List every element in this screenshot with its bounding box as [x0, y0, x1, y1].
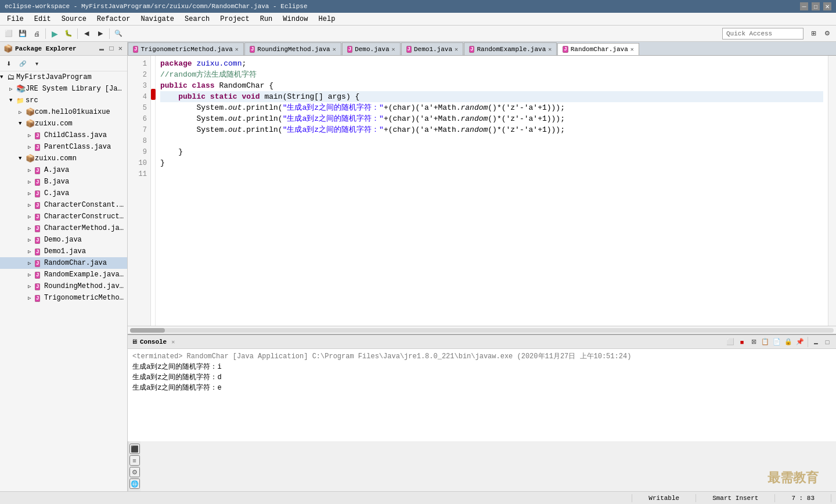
- menu-edit[interactable]: Edit: [30, 14, 56, 24]
- console-minimize-button[interactable]: 🗕: [810, 337, 821, 347]
- console-header: 🖥 Console ✕ ⬜ ■ ⊠ 📋 📄 🔒 📌 🗕 □: [128, 335, 836, 349]
- tree-item-CharacterMethod_jav___[interactable]: ▷JCharacterMethod.jav...: [0, 222, 127, 234]
- tab-close-icon[interactable]: ✕: [392, 46, 395, 53]
- package-explorer-icon: 📦: [3, 44, 13, 53]
- tab-RandomChar_java[interactable]: JRandomChar.java✕: [557, 43, 639, 56]
- console-scroll-lock-button[interactable]: 🔒: [783, 337, 794, 347]
- tab-RandomExample_java[interactable]: JRandomExample.java✕: [464, 42, 557, 55]
- code-line-6: System.out.println("生成a到z之间的随机字符："+(char…: [160, 113, 823, 124]
- tree-item-Demo_java[interactable]: ▷JDemo.java: [0, 234, 127, 246]
- tab-close-icon[interactable]: ✕: [235, 46, 239, 53]
- menu-window[interactable]: Window: [278, 14, 312, 24]
- tab-Demo1_java[interactable]: JDemo1.java✕: [401, 42, 463, 55]
- icon-right-1[interactable]: ⚙: [821, 27, 834, 40]
- tree-item-src[interactable]: ▼📁src: [0, 95, 127, 106]
- console-terminated-line: <terminated> RandomChar [Java Applicatio…: [132, 351, 831, 362]
- console-terminate-button[interactable]: ⊠: [748, 337, 759, 347]
- sidebar-menu-button[interactable]: ▾: [30, 57, 43, 70]
- sidebar-close-button[interactable]: ✕: [117, 44, 124, 53]
- menu-run[interactable]: Run: [255, 14, 278, 24]
- tree-item-zuixu_com[interactable]: ▼📦zuixu.com: [0, 118, 127, 129]
- tab-close-icon[interactable]: ✕: [630, 46, 634, 53]
- tree-item-JRE_System_Library__JavaSE____[interactable]: ▷📚JRE System Library [JavaSE-...: [0, 83, 127, 95]
- minimize-button[interactable]: ─: [800, 2, 808, 10]
- tab-RoundingMethod_java[interactable]: JRoundingMethod.java✕: [244, 42, 341, 55]
- code-area[interactable]: package zuixu.comn;//random方法生成随机字符publi…: [156, 56, 828, 326]
- tab-close-icon[interactable]: ✕: [333, 46, 336, 53]
- sidebar-minimize-button[interactable]: 🗕: [97, 44, 106, 53]
- sidebar-header: 📦 Package Explorer 🗕 □ ✕: [0, 42, 127, 56]
- right-icon-1[interactable]: ⬛: [129, 444, 140, 454]
- menubar: File Edit Source Refactor Navigate Searc…: [0, 13, 836, 26]
- tree-item-TrigonometricMetho___[interactable]: ▷JTrigonometricMetho...: [0, 292, 127, 304]
- menu-navigate[interactable]: Navigate: [136, 14, 179, 24]
- tree-item-ChildClass_java[interactable]: ▷JChildClass.java: [0, 129, 127, 141]
- console-clear-button[interactable]: ⬜: [725, 337, 736, 347]
- tab-Demo_java[interactable]: JDemo.java✕: [342, 42, 401, 55]
- console-output-line: 生成a到z之间的随机字符：d: [132, 372, 831, 383]
- sidebar-title: Package Explorer: [15, 45, 95, 52]
- tree-item-RandomChar_java[interactable]: ▷JRandomChar.java: [0, 257, 127, 269]
- print-button[interactable]: 🖨: [30, 27, 43, 40]
- console-stop-button[interactable]: ■: [737, 337, 747, 347]
- console-output-line: 生成a到z之间的随机字符：e: [132, 383, 831, 393]
- menu-refactor[interactable]: Refactor: [92, 14, 135, 24]
- console-maximize-button[interactable]: □: [822, 337, 833, 347]
- perspective-button[interactable]: ⊞: [807, 27, 820, 40]
- search-icon-btn[interactable]: 🔍: [112, 27, 125, 40]
- editor-hscrollbar[interactable]: [128, 326, 836, 334]
- new-button[interactable]: ⬜: [2, 27, 15, 40]
- cursor-position: 7 : 83: [787, 495, 819, 502]
- collapse-all-button[interactable]: ⬇: [2, 57, 15, 70]
- debug-button[interactable]: 🐛: [62, 27, 75, 40]
- tree-item-com_hello01kuaixue[interactable]: ▷📦com.hello01kuaixue: [0, 106, 127, 118]
- tree-item-RandomExample_java___[interactable]: ▷JRandomExample.java...: [0, 269, 127, 280]
- maximize-button[interactable]: □: [812, 2, 820, 10]
- tree-item-A_java[interactable]: ▷JA.java: [0, 164, 127, 176]
- sidebar-maximize-button[interactable]: □: [109, 44, 115, 53]
- link-editor-button[interactable]: 🔗: [16, 57, 29, 70]
- menu-file[interactable]: File: [2, 14, 28, 24]
- tab-close-icon[interactable]: ✕: [548, 46, 552, 53]
- run-button[interactable]: ▶: [48, 27, 61, 40]
- menu-project[interactable]: Project: [215, 14, 254, 24]
- right-icon-3[interactable]: ⚙: [129, 467, 140, 477]
- code-line-3: public class RandomChar {: [160, 80, 823, 91]
- console-paste-button[interactable]: 📄: [772, 337, 782, 347]
- tab-close-icon[interactable]: ✕: [455, 46, 458, 53]
- save-button[interactable]: 💾: [16, 27, 29, 40]
- code-line-7: System.out.println("生成a到z之间的随机字符："+(char…: [160, 124, 823, 135]
- tree-item-B_java[interactable]: ▷JB.java: [0, 176, 127, 188]
- tree-item-CharacterConstant_ja___[interactable]: ▷JCharacterConstant.ja...: [0, 199, 127, 211]
- tree-item-CharacterConstructo___[interactable]: ▷JCharacterConstructo...: [0, 211, 127, 222]
- close-button[interactable]: ✕: [823, 2, 831, 10]
- tree-item-RoundingMethod_jav___[interactable]: ▷JRoundingMethod.jav...: [0, 280, 127, 292]
- toolbar-separator-1: [45, 28, 46, 39]
- menu-source[interactable]: Source: [57, 14, 91, 24]
- menu-search[interactable]: Search: [180, 14, 214, 24]
- console-pin-button[interactable]: 📌: [795, 337, 805, 347]
- tree-item-ParentClass_java[interactable]: ▷JParentClass.java: [0, 141, 127, 153]
- tree-item-C_java[interactable]: ▷JC.java: [0, 188, 127, 199]
- next-button[interactable]: ▶: [94, 27, 107, 40]
- toolbar-separator-3: [109, 28, 110, 39]
- code-line-10: }: [160, 157, 823, 168]
- right-icon-2[interactable]: ≡: [129, 455, 140, 466]
- console-copy-button[interactable]: 📋: [760, 337, 770, 347]
- console-toolbar: ⬜ ■ ⊠ 📋 📄 🔒 📌 🗕 □: [725, 337, 833, 347]
- code-line-8: [160, 135, 823, 146]
- file-tree: ▼🗂MyFirstJavaProgram▷📚JRE System Library…: [0, 71, 127, 491]
- writable-status: Writable: [644, 495, 684, 502]
- code-editor[interactable]: 1234567891011 package zuixu.comn;//rando…: [128, 56, 836, 326]
- toolbar: ⬜ 💾 🖨 ▶ 🐛 ◀ ▶ 🔍 Quick Access ⊞ ⚙: [0, 26, 836, 42]
- tree-item-Demo1_java[interactable]: ▷JDemo1.java: [0, 246, 127, 257]
- console-output: <terminated> RandomChar [Java Applicatio…: [128, 349, 836, 441]
- code-line-11: [160, 168, 823, 179]
- right-icon-4[interactable]: 🌐: [129, 478, 140, 489]
- tab-TrigonometricMethod_java[interactable]: JTrigonometricMethod.java✕: [128, 42, 244, 55]
- quick-access-input[interactable]: Quick Access: [722, 28, 803, 39]
- menu-help[interactable]: Help: [314, 14, 340, 24]
- tree-item-zuixu_comn[interactable]: ▼📦zuixu.comn: [0, 153, 127, 164]
- tree-item-MyFirstJavaProgram[interactable]: ▼🗂MyFirstJavaProgram: [0, 71, 127, 83]
- prev-button[interactable]: ◀: [80, 27, 93, 40]
